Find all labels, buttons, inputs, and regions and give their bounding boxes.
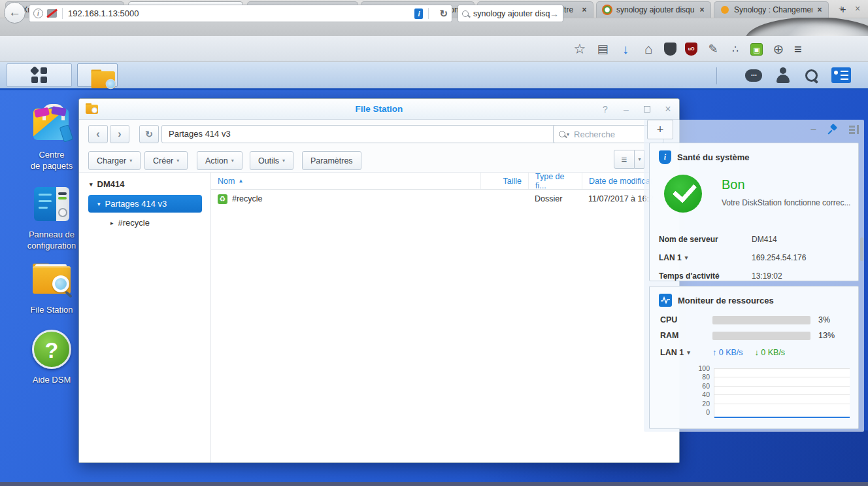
plugin-blocked-icon[interactable] <box>47 9 57 18</box>
downloads-icon[interactable]: ↓ <box>618 42 633 57</box>
parametres-button[interactable]: Paramètres <box>302 151 361 170</box>
download-speed: ↓ 0 KB/s <box>755 348 786 357</box>
bookmark-star-icon[interactable]: ☆ <box>573 41 587 57</box>
column-header-nom[interactable]: Nom ▲ <box>211 173 480 189</box>
button-label: Outils <box>258 156 279 165</box>
notifications-icon[interactable] <box>745 69 762 82</box>
widget-layout-icon[interactable] <box>849 125 859 134</box>
tree-item-recycle[interactable]: ▸ #recycle <box>110 218 210 228</box>
control-panel-icon <box>31 183 73 225</box>
column-label: Taille <box>503 177 522 186</box>
search-go-icon[interactable]: → <box>550 9 559 19</box>
caret-right-icon[interactable]: ▸ <box>110 220 114 226</box>
url-bar[interactable]: i 192.168.1.13:5000 i ↻ <box>29 5 452 22</box>
collapse-widgets-icon[interactable]: – <box>810 124 816 135</box>
caret-down-icon[interactable]: ▾ <box>97 201 101 207</box>
view-mode-button[interactable]: ≡ ▾ <box>614 150 645 169</box>
widget-title: Moniteur de ressources <box>678 296 774 305</box>
tab-synology-search[interactable]: synology ajouter disqu × <box>596 1 711 18</box>
button-label: Action <box>205 156 228 165</box>
tab-close-icon[interactable]: × <box>815 5 824 14</box>
dots-addon-icon[interactable]: ∴ <box>729 43 742 56</box>
maximize-icon[interactable] <box>644 106 650 113</box>
caret-down-icon[interactable]: ▾ <box>567 131 569 137</box>
tree-item-selected[interactable]: ▾ Partages 414 v3 <box>88 195 202 213</box>
widget-panel: + – i Santé du système Bon Votre DiskSta… <box>644 120 864 432</box>
list-view-icon[interactable]: ≡ <box>614 150 635 169</box>
caret-down-icon[interactable]: ▾ <box>685 254 688 261</box>
ram-bar <box>712 332 810 340</box>
site-info-icon[interactable]: i <box>33 9 43 18</box>
window-close-button[interactable]: × <box>852 4 863 14</box>
file-type: Dossier <box>528 194 582 203</box>
nav-forward-button[interactable]: › <box>110 125 129 143</box>
nav-refresh-button[interactable]: ↻ <box>139 125 159 143</box>
tab-close-icon[interactable]: × <box>697 5 707 14</box>
menu-icon[interactable]: ≡ <box>794 42 802 57</box>
user-options-icon[interactable] <box>775 67 791 83</box>
caret-down-icon[interactable]: ▾ <box>90 181 93 188</box>
home-icon[interactable]: ⌂ <box>641 41 656 57</box>
toolbar-icons: ☆ ▤ ↓ ⌂ uO ✎ ∴ ▣ ⊕ ≡ <box>570 36 868 62</box>
pocket-icon[interactable] <box>664 43 676 56</box>
health-shield-icon: i <box>659 150 671 164</box>
tab-synology-changement[interactable]: Synology : Changement de × <box>714 1 829 18</box>
lan-selector[interactable]: LAN 1 ▾ <box>660 348 712 357</box>
chart-y-axis: 100 80 60 40 20 0 <box>688 364 710 419</box>
taskbar-file-station-button[interactable] <box>77 63 118 87</box>
page-info-icon[interactable]: i <box>414 9 423 19</box>
health-status: Bon <box>722 177 745 192</box>
globe-addon-icon[interactable]: ⊕ <box>771 41 786 57</box>
search-bar[interactable]: synology ajouter disque → <box>458 5 563 22</box>
resource-monitor-widget: Moniteur de ressources CPU 3% RAM 13% LA… <box>649 286 859 429</box>
column-header-taille[interactable]: Taille <box>480 173 528 189</box>
tree-label: DM414 <box>97 179 125 189</box>
nav-back-button[interactable]: ‹ <box>88 125 108 143</box>
widget-scrollbar[interactable] <box>860 237 863 261</box>
sort-asc-icon: ▲ <box>238 178 243 184</box>
lan-label[interactable]: LAN 1 ▾ <box>659 253 752 262</box>
charger-button[interactable]: Charger ▾ <box>88 151 141 170</box>
path-field[interactable]: Partages 414 v3 ★ <box>161 125 620 143</box>
help-icon[interactable]: ? <box>599 104 611 114</box>
outils-button[interactable]: Outils ▾ <box>250 151 293 170</box>
add-widget-button[interactable]: + <box>647 120 673 139</box>
minimize-icon[interactable]: – <box>620 104 632 114</box>
search-query-text[interactable]: synology ajouter disque <box>473 9 550 18</box>
pin-widgets-icon[interactable] <box>827 124 838 135</box>
tree-label: #recycle <box>118 218 150 228</box>
action-button[interactable]: Action ▾ <box>197 151 242 170</box>
caret-down-icon[interactable]: ▾ <box>687 349 690 356</box>
green-addon-icon[interactable]: ▣ <box>750 43 763 56</box>
file-row-recycle[interactable]: ♻ #recycle Dossier 11/07/2017 à 16:2 <box>211 190 680 208</box>
screenshot-addon-icon[interactable]: ✎ <box>706 42 720 56</box>
recycle-bin-icon: ♻ <box>218 194 227 204</box>
tab-close-icon[interactable]: × <box>580 5 589 14</box>
tab-label: synology ajouter disqu <box>616 5 695 14</box>
button-label: Charger <box>97 156 126 165</box>
widget-title: Santé du système <box>677 152 750 162</box>
url-text[interactable]: 192.168.1.13:5000 <box>68 9 414 18</box>
ublock-icon[interactable]: uO <box>685 43 697 56</box>
cpu-bar <box>712 316 810 324</box>
resource-monitor-icon <box>659 294 672 307</box>
main-menu-button[interactable] <box>7 63 72 87</box>
search-icon[interactable] <box>462 10 469 17</box>
close-icon[interactable]: × <box>662 104 674 114</box>
divider <box>428 8 429 19</box>
back-button[interactable]: ← <box>4 2 25 24</box>
file-station-titlebar[interactable]: File Station <box>79 99 679 120</box>
column-header-type[interactable]: Type de fi... <box>528 173 582 189</box>
tree-label: Partages 414 v3 <box>105 199 167 209</box>
caret-down-icon: ▾ <box>231 158 234 164</box>
pilot-view-icon[interactable] <box>831 67 851 83</box>
down-arrow-icon: ↓ <box>755 348 759 357</box>
reading-list-icon[interactable]: ▤ <box>595 42 610 56</box>
new-tab-button[interactable]: + <box>835 3 851 17</box>
button-label: Créer <box>153 156 173 165</box>
reload-icon[interactable]: ↻ <box>439 8 448 20</box>
creer-button[interactable]: Créer ▾ <box>144 151 188 170</box>
folder-tree-panel: ▾ DM414 ▾ Partages 414 v3 ▸ #recycle <box>79 172 211 463</box>
tree-item-root[interactable]: ▾ DM414 <box>90 179 210 189</box>
dsm-search-icon[interactable] <box>804 68 818 82</box>
